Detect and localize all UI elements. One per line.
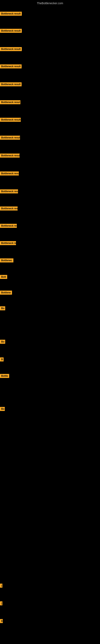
bottleneck-badge[interactable]: Bott [0, 275, 7, 279]
bottleneck-badge[interactable]: Bottleneck result [0, 136, 20, 140]
bottleneck-badge[interactable]: Bottleneck res [0, 206, 18, 210]
bottleneck-badge[interactable]: E [0, 619, 3, 623]
bottleneck-badge[interactable]: Bottleneck result [0, 82, 22, 86]
bottleneck-badge[interactable]: | [0, 584, 2, 588]
bottleneck-badge[interactable]: Bottleneck result [0, 12, 22, 16]
bottleneck-badge[interactable]: Bottlene [0, 290, 12, 295]
bottleneck-badge[interactable]: Bottleneck result [0, 29, 22, 33]
bottleneck-badge[interactable]: Bottleneck result [0, 47, 22, 51]
bottleneck-badge[interactable]: Bottleneck resul [0, 100, 20, 104]
bottleneck-badge[interactable]: | [0, 601, 2, 605]
bottleneck-badge[interactable]: Bottleneck resu [0, 190, 18, 194]
bottleneck-badge[interactable]: Bo [0, 306, 5, 310]
bottleneck-badge[interactable]: Bo [0, 340, 5, 344]
site-title: TheBottlenecker.com [0, 0, 100, 6]
bottleneck-badge[interactable]: Bottleneck resu [0, 172, 19, 176]
bottleneck-badge[interactable]: Bottle [0, 374, 9, 378]
bottleneck-badge[interactable]: Bottleneck re [0, 241, 16, 245]
bottleneck-badge[interactable]: Bottleneck resul [0, 154, 20, 158]
bottleneck-badge[interactable]: Bo [0, 407, 5, 411]
bottleneck-badge[interactable]: B [0, 358, 3, 362]
bottleneck-badge[interactable]: Bottlenec [0, 258, 13, 262]
bottleneck-badge[interactable]: Bottleneck res [0, 224, 17, 228]
bottleneck-badge[interactable]: Bottleneck result [0, 64, 22, 68]
bottleneck-badge[interactable]: Bottleneck result [0, 118, 21, 122]
